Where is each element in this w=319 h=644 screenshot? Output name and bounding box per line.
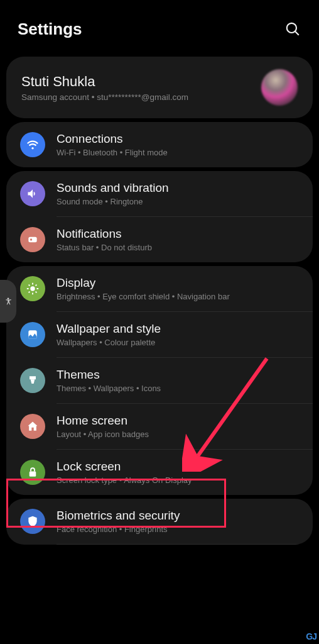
accessibility-tab[interactable]	[0, 280, 16, 323]
svg-rect-14	[30, 472, 36, 477]
lock-icon	[20, 460, 45, 485]
connections-title: Connections	[57, 132, 299, 146]
svg-line-11	[29, 292, 30, 293]
connections-subtitle: Wi-Fi • Bluetooth • Flight mode	[57, 148, 299, 157]
notifications-text: Notifications Status bar • Do not distur…	[57, 227, 299, 252]
wallpaper-subtitle: Wallpapers • Colour palette	[57, 338, 299, 347]
header: Settings	[0, 0, 319, 53]
divider	[57, 544, 313, 545]
svg-line-10	[36, 292, 37, 293]
svg-point-0	[287, 23, 296, 33]
sounds-text: Sounds and vibration Sound mode • Ringto…	[57, 181, 299, 206]
account-name: Stuti Shukla	[21, 74, 261, 90]
connections-item[interactable]: Connections Wi-Fi • Bluetooth • Flight m…	[6, 122, 313, 167]
home-screen-item[interactable]: Home screen Layout • App icon badges	[6, 404, 313, 449]
account-info: Stuti Shukla Samsung account • stu******…	[21, 74, 261, 102]
sounds-subtitle: Sound mode • Ringtone	[57, 197, 299, 206]
display-group-card: Display Brightness • Eye comfort shield …	[6, 266, 313, 495]
notifications-subtitle: Status bar • Do not disturb	[57, 243, 299, 252]
watermark: GJ	[306, 631, 316, 641]
wallpaper-item[interactable]: Wallpaper and style Wallpapers • Colour …	[6, 312, 313, 357]
display-title: Display	[57, 276, 299, 290]
wallpaper-icon	[20, 322, 45, 347]
accessibility-icon	[4, 297, 13, 306]
svg-rect-2	[28, 237, 36, 242]
page-title: Settings	[18, 19, 82, 39]
notifications-icon	[20, 227, 45, 252]
lock-subtitle: Screen lock type • Always On Display	[57, 475, 299, 485]
biometrics-title: Biometrics and security	[57, 509, 299, 523]
svg-line-12	[36, 285, 37, 286]
sounds-item[interactable]: Sounds and vibration Sound mode • Ringto…	[6, 171, 313, 216]
display-subtitle: Brightness • Eye comfort shield • Naviga…	[57, 292, 299, 301]
lock-screen-item[interactable]: Lock screen Screen lock type • Always On…	[6, 450, 313, 495]
wallpaper-text: Wallpaper and style Wallpapers • Colour …	[57, 322, 299, 347]
security-card: Biometrics and security Face recognition…	[6, 499, 313, 545]
home-icon	[20, 414, 45, 439]
home-subtitle: Layout • App icon badges	[57, 430, 299, 439]
svg-line-9	[29, 285, 30, 286]
svg-point-3	[30, 238, 32, 240]
biometrics-subtitle: Face recognition • Fingerprints	[57, 525, 299, 534]
home-text: Home screen Layout • App icon badges	[57, 414, 299, 439]
svg-line-1	[295, 31, 299, 35]
wallpaper-title: Wallpaper and style	[57, 322, 299, 336]
avatar	[261, 69, 298, 106]
themes-icon	[20, 368, 45, 393]
display-icon	[20, 276, 45, 301]
sounds-title: Sounds and vibration	[57, 181, 299, 195]
themes-title: Themes	[57, 368, 299, 382]
wifi-icon	[20, 132, 45, 157]
search-button[interactable]	[281, 18, 304, 40]
biometrics-item[interactable]: Biometrics and security Face recognition…	[6, 499, 313, 544]
notifications-item[interactable]: Notifications Status bar • Do not distur…	[6, 217, 313, 262]
connections-card: Connections Wi-Fi • Bluetooth • Flight m…	[6, 122, 313, 167]
display-item[interactable]: Display Brightness • Eye comfort shield …	[6, 266, 313, 311]
home-title: Home screen	[57, 414, 299, 428]
connections-text: Connections Wi-Fi • Bluetooth • Flight m…	[57, 132, 299, 157]
biometrics-text: Biometrics and security Face recognition…	[57, 509, 299, 534]
shield-icon	[20, 509, 45, 534]
account-card[interactable]: Stuti Shukla Samsung account • stu******…	[6, 57, 313, 118]
themes-text: Themes Themes • Wallpapers • Icons	[57, 368, 299, 393]
notifications-title: Notifications	[57, 227, 299, 241]
svg-point-15	[8, 297, 9, 299]
themes-subtitle: Themes • Wallpapers • Icons	[57, 384, 299, 393]
lock-text: Lock screen Screen lock type • Always On…	[57, 460, 299, 485]
themes-item[interactable]: Themes Themes • Wallpapers • Icons	[6, 358, 313, 403]
display-text: Display Brightness • Eye comfort shield …	[57, 276, 299, 301]
sounds-notifications-card: Sounds and vibration Sound mode • Ringto…	[6, 171, 313, 262]
account-subtitle: Samsung account • stu**********@gmail.co…	[21, 92, 261, 102]
svg-point-4	[30, 286, 35, 291]
sound-icon	[20, 181, 45, 206]
search-icon	[284, 21, 301, 37]
lock-title: Lock screen	[57, 460, 299, 474]
